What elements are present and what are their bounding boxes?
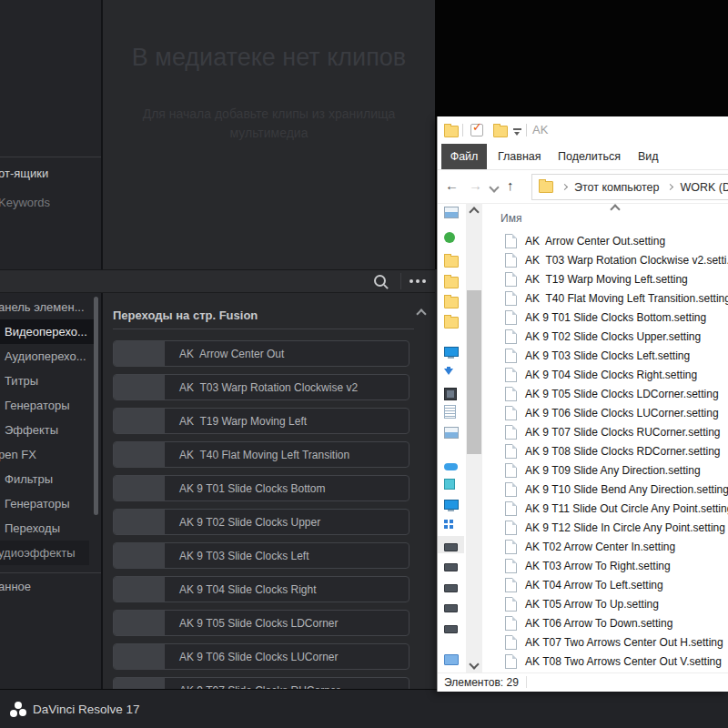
collapse-chevron-icon[interactable]: [416, 308, 426, 318]
tab-file[interactable]: Файл: [441, 144, 487, 169]
effects-nav-item[interactable]: Титры: [0, 369, 101, 393]
quick-access-checkbox-icon[interactable]: [470, 124, 483, 136]
file-row[interactable]: AK T40 Flat Moving Left Transition.setti…: [482, 288, 728, 308]
file-row[interactable]: AK T04 Arrow To Left.setting: [482, 575, 728, 594]
transition-card[interactable]: AK 9 T05 Slide Clocks LDCorner: [113, 610, 410, 636]
local-disk-icon[interactable]: [444, 520, 448, 523]
file-row[interactable]: AK T19 Warp Moving Left.setting: [482, 269, 728, 288]
effects-nav-item[interactable]: Переходы: [0, 516, 101, 541]
desktop-icon[interactable]: [444, 500, 459, 510]
effects-nav-item[interactable]: Генераторы: [0, 491, 101, 516]
file-row[interactable]: AK 9 T02 Slide Clocks Upper.setting: [482, 327, 728, 346]
folder-icon[interactable]: [444, 317, 459, 329]
effects-toolbar: [0, 269, 435, 293]
tab-home[interactable]: Главная: [498, 150, 541, 163]
file-row[interactable]: AK 9 T06 Slide Clocks LUCorner.setting: [482, 403, 728, 422]
folder-icon[interactable]: [444, 256, 459, 268]
file-row[interactable]: AK 9 T11 Slide Out Circle Any Point.sett…: [482, 499, 728, 518]
column-header-name[interactable]: Имя: [500, 212, 521, 225]
file-row[interactable]: AK T08 Two Arrows Center Out V.setting: [482, 652, 728, 671]
documents-icon[interactable]: [444, 405, 456, 419]
file-icon: [505, 559, 517, 573]
file-row[interactable]: AK 9 T05 Slide Clocks LDCorner.setting: [482, 384, 728, 403]
recent-locations-dropdown-icon[interactable]: [489, 182, 499, 192]
videos-icon[interactable]: [444, 388, 457, 400]
scroll-down-icon[interactable]: [469, 659, 479, 669]
transition-card[interactable]: AK T19 Warp Moving Left: [113, 408, 410, 434]
back-button[interactable]: ←: [445, 177, 459, 194]
file-row[interactable]: AK T06 Arrow To Down.setting: [482, 613, 728, 632]
drive-icon[interactable]: [444, 604, 458, 612]
file-row[interactable]: AK 9 T08 Slide Clocks RDCorner.setting: [482, 441, 728, 460]
file-row[interactable]: AK T03 Arrow To Right.setting: [482, 556, 728, 575]
file-row[interactable]: AK 9 T03 Slide Clocks Left.setting: [482, 346, 728, 365]
file-row[interactable]: AK 9 T04 Slide Clocks Right.setting: [482, 365, 728, 384]
folder-icon[interactable]: [444, 297, 459, 308]
transition-card[interactable]: AK Arrow Center Out: [113, 340, 410, 367]
this-pc-icon[interactable]: [444, 347, 459, 357]
downloads-icon[interactable]: [444, 369, 453, 375]
effects-nav-item[interactable]: Генераторы: [0, 393, 101, 418]
file-row[interactable]: AK 9 T12 Slide In Circle Any Point.setti…: [482, 518, 728, 537]
transition-card[interactable]: AK T03 Warp Rotation Clockwise v2: [113, 374, 410, 400]
effects-nav-item-favorites[interactable]: анное: [0, 574, 101, 599]
effects-nav-item[interactable]: Видеоперехо...: [0, 319, 98, 344]
nav-scrollbar[interactable]: [466, 203, 482, 673]
effects-nav-item[interactable]: Аудиоперехо...: [0, 344, 101, 369]
screen: от-ящики Keywords В медиатеке нет клипов…: [0, 0, 728, 728]
forward-button[interactable]: →: [469, 177, 482, 194]
network-folder-icon[interactable]: [444, 654, 459, 665]
drive-icon[interactable]: [444, 543, 458, 551]
file-row[interactable]: AK 9 T01 Slide Clocks Bottom.setting: [482, 308, 728, 327]
effects-nav-item[interactable]: Эффекты: [0, 418, 101, 442]
file-row[interactable]: AK T03 Warp Rotation Clockwise v2.setti.…: [482, 250, 728, 269]
up-button[interactable]: ↑: [507, 177, 514, 194]
transition-card[interactable]: AK 9 T03 Slide Clocks Left: [113, 542, 410, 569]
transition-card[interactable]: AK 9 T06 Slide Clocks LUCorner: [113, 643, 410, 670]
effects-nav-item[interactable]: pen FX: [0, 442, 101, 467]
file-row[interactable]: AK 9 T09 Slide Any Direction.setting: [482, 460, 728, 480]
breadcrumb-item[interactable]: Этот компьютер: [553, 181, 659, 194]
transition-card[interactable]: AK 9 T02 Slide Clocks Upper: [113, 509, 410, 535]
sidebar-item-keywords[interactable]: Keywords: [0, 196, 50, 209]
drive-icon[interactable]: [444, 625, 458, 633]
breadcrumb-item[interactable]: WORK (D:): [659, 181, 728, 194]
effects-nav-item[interactable]: удиоэффекты: [0, 541, 89, 565]
tab-share[interactable]: Поделиться: [558, 150, 621, 163]
folder-icon[interactable]: [444, 277, 459, 288]
transition-card[interactable]: AK 9 T07 Slide Clocks RUCorner: [113, 677, 410, 689]
3d-objects-icon[interactable]: [444, 479, 455, 490]
file-row[interactable]: AK T05 Arrow To Up.setting: [482, 594, 728, 613]
resolve-status-bar: DaVinci Resolve 17: [0, 689, 728, 728]
file-row[interactable]: AK 9 T07 Slide Clocks RUCorner.setting: [482, 422, 728, 441]
sidebar-item-smart-bins[interactable]: от-ящики: [0, 167, 48, 180]
quick-access-folder-icon[interactable]: [493, 126, 508, 137]
pictures-icon[interactable]: [444, 427, 459, 439]
effects-nav-item[interactable]: Фильтры: [0, 467, 101, 491]
onedrive-icon[interactable]: [444, 463, 458, 470]
drive-icon[interactable]: [444, 584, 458, 592]
search-icon[interactable]: [374, 275, 386, 287]
scrollbar-thumb[interactable]: [467, 290, 481, 454]
media-pool-empty-subtitle: Для начала добавьте клипы из хранилища м…: [119, 105, 420, 143]
file-row[interactable]: AK T07 Two Arrows Center Out H.setting: [482, 632, 728, 652]
file-row[interactable]: AK T02 Arrow Center In.setting: [482, 537, 728, 556]
address-box[interactable]: Этот компьютер WORK (D:): [531, 174, 728, 200]
picture-icon[interactable]: [444, 207, 459, 218]
transition-card[interactable]: AK 9 T04 Slide Clocks Right: [113, 576, 410, 602]
more-options-icon[interactable]: [406, 270, 430, 292]
transition-card[interactable]: AK T40 Flat Moving Left Transition: [113, 441, 410, 468]
scroll-up-icon[interactable]: [469, 207, 479, 217]
tab-view[interactable]: Вид: [638, 150, 659, 163]
effects-nav-item[interactable]: анель элемен...: [0, 295, 101, 319]
drive-icon[interactable]: [444, 563, 458, 571]
explorer-title-bar: AK: [438, 116, 728, 144]
chevron-right-icon: [667, 184, 673, 190]
file-icon: [505, 349, 517, 363]
file-row[interactable]: AK Arrow Center Out.setting: [482, 231, 728, 250]
file-row[interactable]: AK 9 T10 Slide Bend Any Direction.settin…: [482, 480, 728, 499]
effects-nav-scrollbar[interactable]: [94, 297, 98, 515]
green-drive-icon[interactable]: [444, 232, 455, 243]
customize-toolbar-icon[interactable]: [513, 128, 521, 130]
transition-card[interactable]: AK 9 T01 Slide Clocks Bottom: [113, 475, 410, 501]
